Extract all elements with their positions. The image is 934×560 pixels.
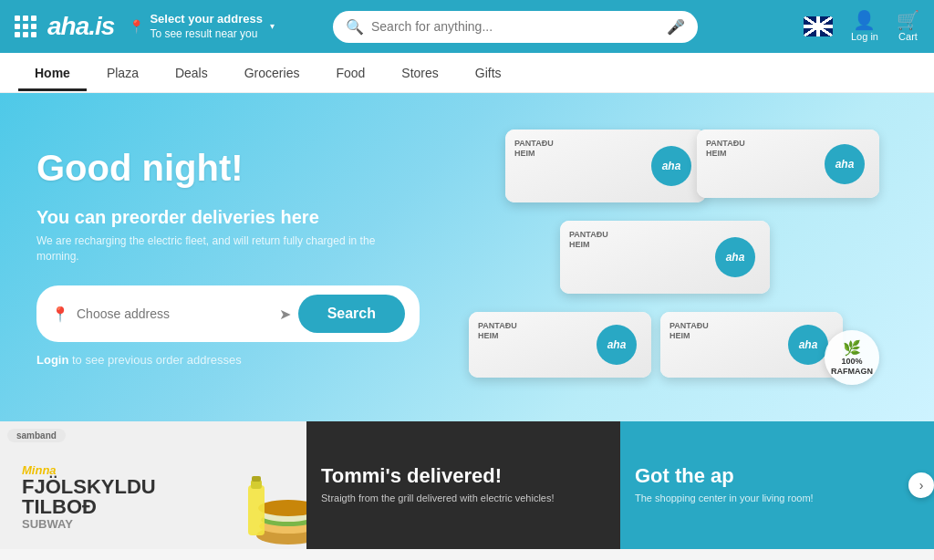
svg-rect-5 [248, 485, 265, 535]
user-icon: 👤 [853, 11, 876, 29]
hero-image: PANTAÐUHEIM aha PANTAÐUHEIM aha PANTAÐUH… [423, 93, 934, 421]
cart-nav[interactable]: 🛒 Cart [897, 11, 919, 42]
cart-icon: 🛒 [897, 11, 919, 29]
hero-section: Good night! You can preorder deliveries … [0, 93, 934, 421]
hero-greeting: Good night! [36, 148, 420, 189]
location-pin-icon: 📍 [129, 19, 144, 34]
address-field[interactable] [77, 306, 272, 321]
hero-subtitle: You can preorder deliveries here [36, 207, 420, 228]
svg-rect-7 [252, 476, 261, 482]
address-prompt: Select your address [150, 12, 263, 27]
nav-item-home[interactable]: Home [18, 55, 87, 91]
cars-cluster: PANTAÐUHEIM aha PANTAÐUHEIM aha PANTAÐUH… [451, 111, 907, 403]
nav-item-groceries[interactable]: Groceries [228, 55, 317, 91]
delivery-car-small-2: PANTAÐUHEIM aha [660, 312, 843, 378]
login-nav[interactable]: 👤 Log in [851, 11, 878, 42]
send-icon[interactable]: ➤ [279, 306, 291, 323]
delivery-car-small-1: PANTAÐUHEIM aha [469, 312, 651, 378]
nav-item-plaza[interactable]: Plaza [90, 55, 155, 91]
login-hint-suffix: to see previous order addresses [68, 353, 241, 367]
cart-label: Cart [898, 31, 918, 42]
search-bar: 🔍 🎤 [333, 11, 698, 43]
address-selector[interactable]: 📍 Select your address To see result near… [129, 12, 275, 41]
main-nav: Home Plaza Deals Groceries Food Stores G… [0, 53, 934, 93]
chevron-down-icon: ▾ [270, 21, 275, 31]
delivery-van-2: PANTAÐUHEIM aha [697, 130, 879, 198]
got-title: Got the ap [635, 464, 919, 488]
nav-item-deals[interactable]: Deals [159, 55, 224, 91]
promo-card-tommis[interactable]: Tommi's delivered! Straigth from the gri… [306, 421, 620, 549]
promo-card-got[interactable]: Got the ap The shopping center in your l… [620, 421, 934, 549]
promo-card-fjolskyldu[interactable]: samband Minna FJÖLSKYLDU TILBOÐ SUBWAY [0, 421, 306, 549]
nav-item-food[interactable]: Food [319, 55, 381, 91]
login-label: Log in [851, 31, 878, 42]
search-icon: 🔍 [346, 18, 364, 36]
next-arrow[interactable]: › [908, 472, 934, 498]
hero-description: We are recharging the electric fleet, an… [36, 233, 420, 264]
fjolskyldu-badge: samband [7, 429, 66, 442]
login-hint: Login to see previous order addresses [36, 353, 420, 367]
delivery-van-1: PANTAÐUHEIM aha [505, 130, 706, 202]
nav-item-stores[interactable]: Stores [385, 55, 454, 91]
food-image [243, 467, 306, 549]
tommis-title: Tommi's delivered! [321, 464, 606, 488]
delivery-car-mid: PANTAÐUHEIM aha [560, 221, 770, 294]
login-hint-link[interactable]: Login [36, 353, 68, 367]
promo-cards: samband Minna FJÖLSKYLDU TILBOÐ SUBWAY [0, 421, 934, 549]
search-button[interactable]: Search [298, 295, 405, 333]
top-header: aha.is 📍 Select your address To see resu… [0, 0, 934, 53]
hero-content: Good night! You can preorder deliveries … [0, 111, 456, 404]
grid-menu-icon[interactable] [15, 16, 36, 37]
language-flag[interactable] [804, 16, 833, 36]
search-input[interactable] [371, 19, 667, 34]
got-sub: The shopping center in your living room! [635, 492, 919, 505]
eco-leaf-icon: 🌿 [843, 339, 861, 357]
header-right: 👤 Log in 🛒 Cart [804, 11, 919, 42]
microphone-icon[interactable]: 🎤 [667, 18, 685, 36]
location-pin-hero-icon: 📍 [51, 306, 69, 323]
eco-badge-top: 100% [841, 357, 862, 367]
address-input-row: 📍 ➤ Search [36, 285, 420, 342]
tommis-sub: Straigth from the grill delivered with e… [321, 492, 606, 505]
eco-badge-bottom: RAFMAGN [831, 367, 873, 377]
eco-badge: 🌿 100% RAFMAGN [825, 330, 879, 385]
address-sub: To see result near you [150, 27, 257, 40]
nav-item-gifts[interactable]: Gifts [459, 55, 518, 91]
logo[interactable]: aha.is [47, 12, 114, 41]
